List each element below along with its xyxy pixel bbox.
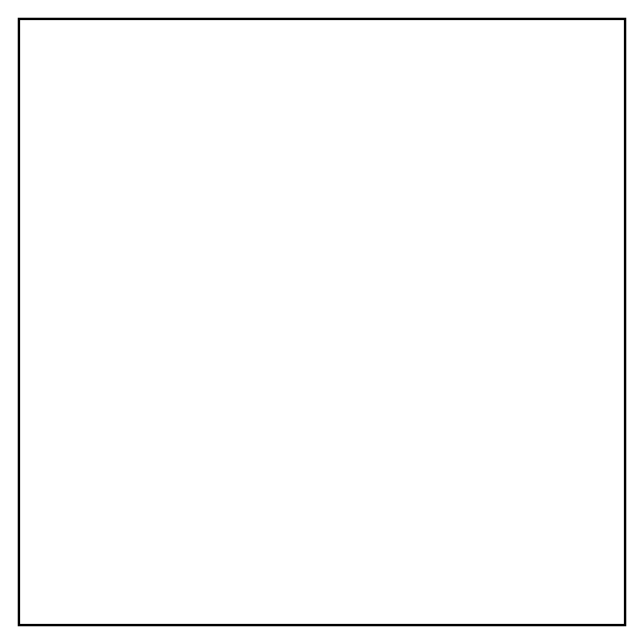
- chart-container: [0, 0, 644, 644]
- plot-area: [18, 18, 626, 626]
- bottleneck-curve: [20, 20, 624, 624]
